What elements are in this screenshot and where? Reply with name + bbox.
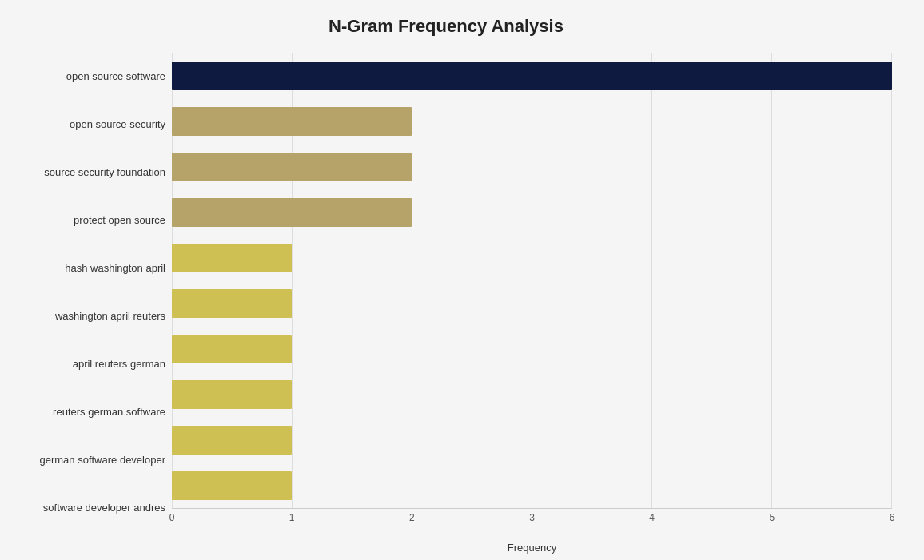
bar-row: [172, 57, 892, 95]
bar: [172, 471, 292, 500]
y-label: open source security: [70, 118, 165, 131]
bar: [172, 289, 292, 318]
bars-wrapper: [172, 53, 892, 532]
bar: [172, 153, 412, 181]
bar: [172, 380, 292, 409]
bar-row: [172, 467, 892, 505]
bar: [172, 244, 292, 272]
x-axis-label: Frequency: [508, 542, 556, 554]
bar: [172, 335, 292, 363]
y-label: washington april reuters: [55, 310, 165, 323]
y-label: april reuters german: [73, 358, 165, 371]
bar: [172, 107, 412, 136]
chart-title: N-Gram Frequency Analysis: [0, 16, 892, 37]
bar: [172, 426, 292, 455]
bar: [172, 62, 892, 90]
y-label: open source software: [66, 70, 165, 83]
y-label: german software developer: [39, 454, 165, 467]
bar-row: [172, 148, 892, 186]
y-label: source security foundation: [44, 166, 165, 179]
bar: [172, 198, 412, 227]
bar-row: [172, 330, 892, 368]
bars-and-grid: 0123456 Frequency: [172, 53, 892, 532]
y-label: reuters german software: [53, 406, 165, 419]
bar-row: [172, 421, 892, 459]
y-labels: open source softwareopen source security…: [0, 53, 172, 532]
y-label: software developer andres: [43, 502, 165, 514]
chart-area: open source softwareopen source security…: [0, 53, 892, 532]
chart-container: N-Gram Frequency Analysis open source so…: [0, 0, 924, 560]
bar-row: [172, 102, 892, 141]
bar-row: [172, 375, 892, 414]
bar-row: [172, 284, 892, 323]
bar-row: [172, 239, 892, 277]
y-label: hash washington april: [65, 262, 165, 275]
y-label: protect open source: [74, 214, 165, 227]
bar-row: [172, 193, 892, 232]
